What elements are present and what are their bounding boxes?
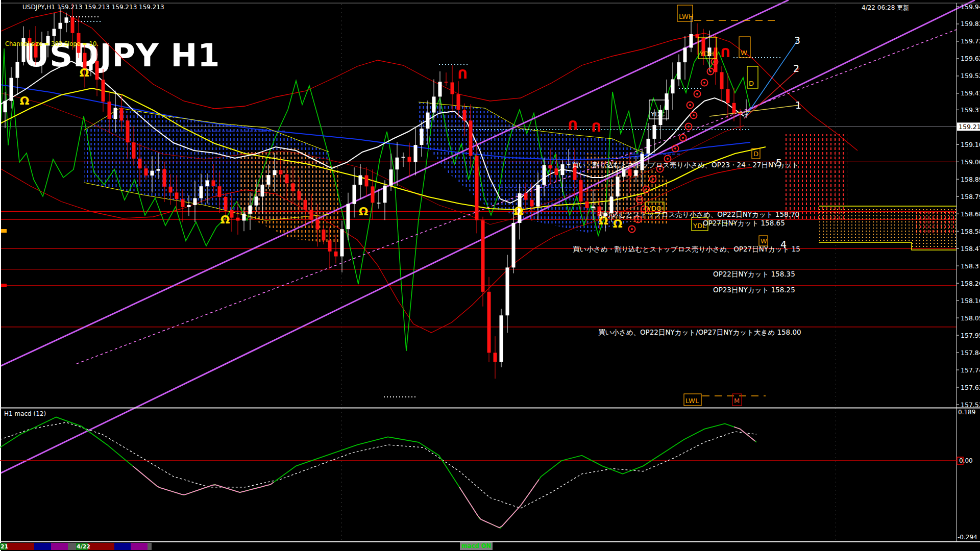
price-tick-label: 159.315	[961, 106, 980, 114]
axis-frame-layer: 159.940159.835159.730159.625159.520159.4…	[0, 0, 980, 551]
candle	[193, 198, 197, 205]
level-box-label: LWH	[679, 13, 694, 20]
candle	[536, 185, 540, 207]
candle	[543, 165, 546, 185]
session-segment	[88, 543, 114, 550]
signal-circle-dot	[637, 218, 639, 220]
candle	[438, 82, 442, 96]
candle	[359, 176, 362, 185]
omega-signal-icon: Ω	[613, 217, 623, 230]
candle	[665, 93, 669, 110]
price-tick-label: 158.265	[961, 280, 980, 287]
candle	[304, 200, 307, 210]
level-label-boxes-layer: LWHYDHWDYDCDYDOYDLWLWLM	[646, 5, 768, 406]
session-segment	[114, 543, 131, 550]
horseshoe-signal-icon: U	[591, 119, 601, 134]
candle	[726, 89, 730, 103]
session-segment	[148, 543, 152, 550]
candle	[481, 220, 485, 292]
macd-indicator-label: H1 macd (12)	[4, 410, 46, 417]
candle	[4, 101, 7, 112]
candle	[671, 79, 675, 93]
omega-signal-icon: Ω	[359, 205, 369, 218]
trading-terminal-window: USDJPY H1 ΩΩΩΩΩΩΩUUUULWHYDHWDYDCDYDOYDLW…	[0, 0, 980, 551]
price-tick-label: 159.415	[961, 89, 980, 97]
candle	[567, 164, 571, 165]
candle	[402, 157, 405, 158]
candle	[65, 17, 68, 23]
candle	[120, 108, 124, 120]
candle	[340, 229, 344, 256]
op-annotation: 割り込むとストップロス売り小さめ、OP22日NYカット 158.70	[598, 210, 799, 218]
omega-signal-icon: Ω	[20, 94, 30, 107]
candle	[622, 169, 626, 177]
price-tick-label: 157.635	[961, 384, 980, 391]
candle	[298, 191, 301, 200]
candle	[512, 223, 516, 267]
channel-info-label: Channel size = 303 Slope = 10.	[5, 40, 99, 47]
candle	[279, 170, 283, 174]
price-tick-label: 158.790	[961, 193, 980, 201]
candle	[132, 142, 136, 159]
candle	[236, 218, 240, 221]
macd-panel-layer	[0, 417, 963, 529]
horseshoe-signal-icon: U	[720, 45, 730, 59]
price-tick-label: 158.475	[961, 245, 980, 253]
session-segment	[51, 543, 68, 550]
price-tick-label: 158.370	[961, 262, 980, 270]
level-box-label: W	[761, 237, 767, 245]
candle	[353, 185, 356, 204]
candle	[739, 113, 742, 114]
candle	[432, 96, 436, 112]
candle	[151, 171, 154, 176]
candle	[157, 169, 160, 171]
candle	[365, 176, 369, 187]
signal-circle-dot	[696, 93, 698, 95]
candle	[328, 240, 332, 252]
candle	[212, 180, 215, 186]
candle	[585, 202, 589, 208]
signal-circle-dot	[631, 228, 633, 230]
candle	[242, 214, 246, 221]
candle	[138, 159, 142, 168]
macd-bearish-segment	[133, 466, 274, 494]
candle	[310, 210, 313, 219]
candle	[291, 183, 295, 191]
candle	[181, 199, 185, 207]
signal-circle-dot	[703, 82, 705, 84]
price-tick-label: 158.685	[961, 210, 980, 218]
candle	[102, 80, 105, 102]
candle	[451, 82, 454, 94]
candle	[420, 129, 424, 145]
session-segment	[7, 543, 34, 550]
candle	[690, 34, 693, 48]
candle	[206, 180, 209, 186]
macd-zero-value: 0.00	[959, 457, 973, 464]
price-chart-canvas[interactable]: ΩΩΩΩΩΩΩUUUULWHYDHWDYDCDYDOYDLWLWLM32154買…	[0, 0, 980, 551]
candle	[273, 170, 277, 175]
price-tick-label: 158.055	[961, 314, 980, 322]
candle	[169, 187, 173, 193]
signal-circle-dot	[639, 198, 641, 201]
omega-signal-icon: Ω	[80, 66, 89, 79]
candle	[187, 205, 191, 207]
candle	[285, 174, 289, 183]
candle	[475, 156, 479, 220]
candle	[555, 168, 558, 175]
horseshoe-signal-icon: U	[568, 117, 578, 132]
cloud-region-red	[785, 134, 847, 219]
macd-toggle-button[interactable]: macd ON	[460, 542, 493, 550]
op-annotation: 買い・割り込むとストップロス売り小さめ、OP23・24・27日NYカット	[572, 161, 799, 169]
candle	[255, 196, 258, 205]
op-annotation: OP27日NYカット 158.65	[703, 219, 785, 227]
price-tick-label: 159.940	[961, 3, 980, 11]
price-tick-label: 157.845	[961, 349, 980, 357]
candle	[10, 78, 13, 101]
candle	[126, 120, 130, 142]
price-tick-label: 158.160	[961, 297, 980, 305]
omega-signal-icon: Ω	[220, 213, 230, 226]
candle	[144, 168, 148, 176]
candle	[377, 203, 381, 204]
level-box-label: YDC	[650, 110, 665, 118]
candle	[561, 164, 565, 175]
